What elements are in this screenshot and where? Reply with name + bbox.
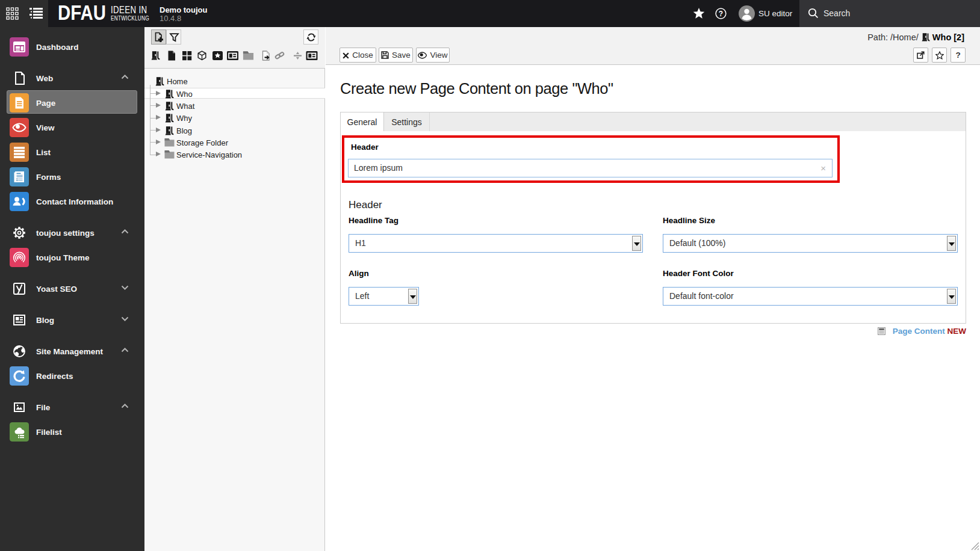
svg-text:?: ? (719, 10, 723, 18)
